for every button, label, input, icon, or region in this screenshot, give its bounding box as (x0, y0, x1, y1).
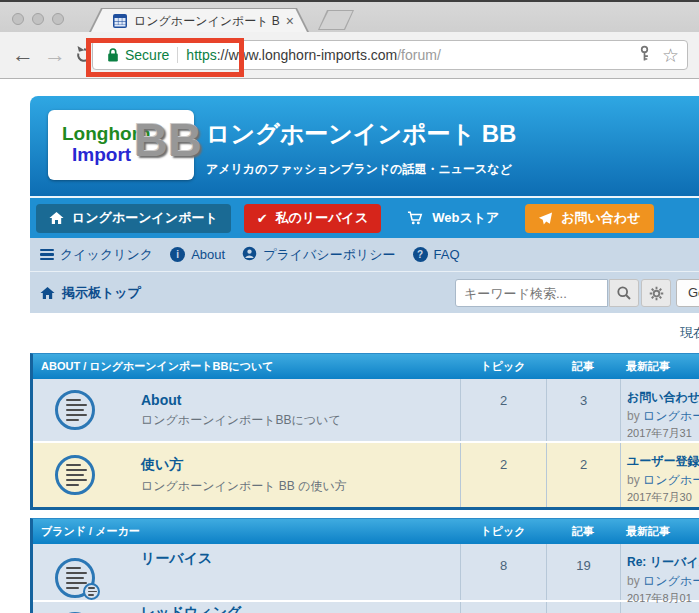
nav-home-label: ロングホーンインポート (72, 209, 218, 227)
about-label: About (191, 247, 225, 262)
forward-icon[interactable]: → (44, 41, 66, 69)
site-header: Longhorn Import BB ロングホーンインポート BB アメリカのフ… (30, 96, 699, 196)
user-icon (242, 246, 257, 264)
forum-title-link[interactable]: リーバイス (141, 550, 212, 568)
nav-contact-button[interactable]: お問い合わせ (525, 204, 653, 233)
topics-count (460, 602, 546, 613)
topics-count: 2 (460, 443, 546, 507)
privacy-policy-link[interactable]: プライバシーポリシー (242, 246, 395, 264)
latest-date: 2017年7月31 (627, 425, 699, 442)
cart-icon (407, 210, 424, 226)
forum-icon (55, 390, 95, 430)
forum-row-about: About ロングホーンインポートBBについて 2 3 お問い合わせ by ロン… (33, 379, 699, 441)
search-options-button[interactable] (641, 279, 671, 307)
nav-webstore-button[interactable]: Webストア (394, 204, 512, 233)
latest-post-cell: ユーザー登録の by ロングホー 2017年7月30 (620, 443, 699, 507)
tab-title: ロングホーンインポート BB - ト (134, 8, 280, 34)
forum-with-subforum-icon (55, 558, 95, 598)
quicklinks-menu[interactable]: クイックリンク (40, 246, 153, 264)
column-header-posts: 記事 (546, 359, 620, 374)
latest-author-link[interactable]: ロングホー (643, 574, 699, 588)
forum-row-howto: 使い方 ロングホーンインポート BB の使い方 2 2 ユーザー登録の by ロ… (33, 441, 699, 507)
tab-favicon-grid-icon (112, 13, 128, 33)
logo-import-text: Import (72, 144, 131, 166)
main-navbar: ロングホーンインポート ✔ 私のリーバイス Webストア お問い合わせ (30, 196, 699, 238)
forum-row-levis: リーバイス 8 19 Re: リーバイス by ロングホー 2017年8月01 (33, 544, 699, 600)
section-header: ABOUT / ロングホーンインポートBBについて トピック 記事 最新記事 (33, 354, 699, 379)
password-key-icon[interactable] (637, 45, 652, 65)
forum-description: ロングホーンインポート BB の使い方 (141, 478, 347, 495)
annotation-highlight-box (86, 38, 244, 77)
nav-my-levis-button[interactable]: ✔ 私のリーバイス (244, 204, 381, 233)
section-title[interactable]: ABOUT / ロングホーンインポートBBについて (33, 359, 460, 374)
window-close-button[interactable] (12, 13, 24, 25)
magnifier-icon (616, 285, 632, 301)
faq-link[interactable]: ? FAQ (413, 247, 460, 262)
privacy-label: プライバシーポリシー (263, 246, 395, 264)
go-button[interactable]: Go (676, 279, 699, 307)
board-index-link[interactable]: 掲示板トップ (40, 284, 141, 302)
window-minimize-button[interactable] (32, 13, 44, 25)
column-header-latest: 最新記事 (620, 359, 670, 374)
forum-row-redwing: レッドウィング (33, 600, 699, 613)
tab-close-icon[interactable]: × (286, 8, 294, 34)
latest-post-cell: Re: リーバイス by ロングホー 2017年8月01 (620, 544, 699, 600)
latest-post-link[interactable]: ユーザー登録の (627, 452, 699, 471)
nav-levis-label: 私のリーバイス (276, 209, 369, 227)
column-header-posts: 記事 (546, 524, 620, 539)
latest-author-link[interactable]: ロングホー (643, 473, 699, 487)
nav-contact-label: お問い合わせ (561, 209, 640, 227)
forum-icon (55, 455, 95, 495)
about-link[interactable]: i About (170, 247, 225, 262)
home-icon (49, 211, 64, 225)
gear-icon (649, 286, 664, 301)
latest-date: 2017年7月30 (627, 489, 699, 506)
quicklinks-bar: クイックリンク i About プライバシーポリシー ? FAQ (30, 238, 699, 271)
nav-home-button[interactable]: ロングホーンインポート (36, 204, 231, 233)
column-header-topics: トピック (460, 524, 546, 539)
hamburger-icon (40, 249, 54, 261)
posts-count (546, 602, 620, 613)
site-container: Longhorn Import BB ロングホーンインポート BB アメリカのフ… (30, 96, 699, 613)
browser-tabstrip: ロングホーンインポート BB - ト × (0, 0, 699, 32)
section-title[interactable]: ブランド / メーカー (33, 524, 460, 539)
current-time-row: 現在時 (30, 313, 699, 353)
site-subtitle: アメリカのファッションブランドの話題・ニュースなど (206, 161, 516, 178)
posts-count: 2 (546, 443, 620, 507)
forum-section-brands: ブランド / メーカー トピック 記事 最新記事 リーバイス 8 (30, 518, 699, 613)
current-time-text: 現在時 (680, 324, 699, 342)
logo-bb-text: BB (134, 112, 202, 167)
bookmark-star-icon[interactable]: ☆ (662, 46, 679, 65)
forum-texts: 使い方 ロングホーンインポート BB の使い方 (141, 456, 347, 495)
search-button[interactable] (609, 279, 639, 307)
forum-title-link[interactable]: 使い方 (141, 456, 347, 474)
forum-section-about: ABOUT / ロングホーンインポートBBについて トピック 記事 最新記事 A… (30, 353, 699, 510)
window-zoom-button[interactable] (52, 13, 64, 25)
latest-post-cell: お問い合わせ by ロングホー 2017年7月31 (620, 379, 699, 441)
topics-count: 8 (460, 544, 546, 600)
forum-cell: About ロングホーンインポートBBについて (33, 379, 460, 441)
topics-count: 2 (460, 379, 546, 441)
forum-texts: レッドウィング (141, 604, 241, 613)
column-header-topics: トピック (460, 359, 546, 374)
forum-texts: About ロングホーンインポートBBについて (141, 392, 341, 429)
forum-title-link[interactable]: About (141, 392, 341, 408)
forum-title-link[interactable]: レッドウィング (141, 604, 241, 613)
latest-by-text: by (627, 574, 640, 588)
site-titles: ロングホーンインポート BB アメリカのファッションブランドの話題・ニュースなど (206, 118, 516, 178)
latest-post-link[interactable]: お問い合わせ (627, 388, 699, 407)
site-logo[interactable]: Longhorn Import BB (48, 110, 194, 180)
new-tab-button[interactable] (318, 10, 354, 30)
window-traffic-lights[interactable] (12, 13, 64, 25)
nav-store-label: Webストア (432, 209, 499, 227)
latest-post-link[interactable]: Re: リーバイス (627, 553, 699, 572)
keyword-search-input[interactable] (455, 279, 608, 307)
board-toolbar: 掲示板トップ Go (30, 271, 699, 313)
browser-tab[interactable]: ロングホーンインポート BB - ト × (88, 8, 310, 34)
home-icon (40, 286, 55, 300)
back-icon[interactable]: ← (12, 41, 34, 69)
posts-count: 3 (546, 379, 620, 441)
forum-cell: レッドウィング (33, 602, 460, 613)
latest-by-text: by (627, 473, 640, 487)
latest-author-link[interactable]: ロングホー (643, 409, 699, 423)
